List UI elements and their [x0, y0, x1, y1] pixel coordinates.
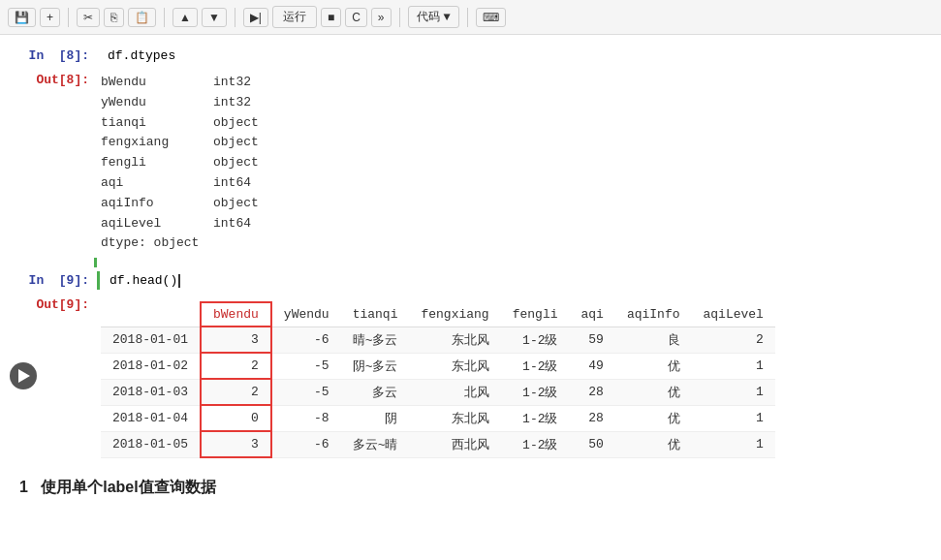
dtype-col-name-7: aqiInfo	[101, 194, 198, 214]
restart-run-button[interactable]: »	[371, 8, 392, 27]
cell-r1-c3: 阴~多云	[341, 353, 410, 379]
dtype-col-type-6: int64	[213, 173, 251, 194]
dtype-row-1: bWendu int32	[101, 73, 937, 93]
section-title: 1 使用单个label值查询数据	[0, 462, 941, 506]
dtype-row-8: aqiLevel int64	[101, 214, 937, 234]
keyboard-button[interactable]: ⌨	[476, 8, 506, 27]
notebook-toolbar: 💾 + ✂ ⎘ 📋 ▲ ▼ ▶| 运行 ■ C » 代码 ▼ ⌨	[0, 0, 941, 35]
cell-r3-c1: 0	[201, 405, 271, 431]
cell-r0-c0: 2018-01-01	[101, 327, 201, 353]
cell-8-output: Out[8]: bWendu int32 yWendu int32 tianqi…	[0, 69, 941, 258]
table-header-row: bWendu yWendu tianqi fengxiang fengli aq…	[101, 302, 775, 327]
cell-r2-c6: 28	[569, 379, 614, 405]
stop-button[interactable]: ■	[321, 8, 341, 27]
col-header-fengxiang: fengxiang	[409, 302, 500, 327]
dtype-col-name-5: fengli	[101, 153, 198, 173]
separator-3	[235, 8, 235, 27]
chevron-down-icon: ▼	[444, 11, 451, 24]
cell-r3-c5: 1-2级	[501, 405, 570, 431]
cell-9-prompt: In [9]:	[0, 271, 97, 290]
cell-r1-c2: -5	[271, 353, 341, 379]
dtype-col-name-8: aqiLevel	[101, 214, 198, 234]
move-up-button[interactable]: ▲	[173, 8, 198, 27]
cell-r0-c7: 良	[615, 327, 692, 353]
cell-r1-c5: 1-2级	[501, 353, 570, 379]
cell-r2-c5: 1-2级	[501, 379, 570, 405]
table-row: 2018-01-022-5阴~多云东北风1-2级49优1	[101, 353, 775, 379]
cell-9-input: In [9]: df.head()	[0, 267, 941, 294]
table-row: 2018-01-040-8阴东北风1-2级28优1	[101, 405, 775, 431]
col-header-aqiLevel: aqiLevel	[692, 302, 775, 327]
cell-r2-c2: -5	[271, 379, 341, 405]
cell-8-code[interactable]: df.dtypes	[104, 47, 179, 65]
cell-r2-c8: 1	[692, 379, 775, 405]
cell-r1-c4: 东北风	[409, 353, 500, 379]
separator-4	[399, 8, 400, 27]
cell-r1-c8: 1	[692, 353, 775, 379]
cell-r2-c4: 北风	[409, 379, 500, 405]
dtype-row-5: fengli object	[101, 153, 937, 173]
paste-button[interactable]: 📋	[128, 8, 156, 27]
cell-r2-c3: 多云	[341, 379, 410, 405]
cell-r4-c4: 西北风	[409, 431, 500, 457]
dtype-row-4: fengxiang object	[101, 133, 937, 153]
cell-9-out-content: bWendu yWendu tianqi fengxiang fengli aq…	[97, 296, 941, 460]
cell-8-prompt: In [8]:	[0, 47, 97, 65]
cell-r4-c8: 1	[692, 431, 775, 457]
col-header-bWendu: bWendu	[201, 302, 271, 327]
cell-r2-c1: 2	[201, 379, 271, 405]
separator-5	[467, 8, 468, 27]
cell-r2-c0: 2018-01-03	[101, 379, 201, 405]
separator-2	[164, 8, 165, 27]
cell-r4-c6: 50	[569, 431, 614, 457]
col-header-tianqi: tianqi	[341, 302, 410, 327]
move-down-button[interactable]: ▼	[202, 8, 227, 27]
copy-button[interactable]: ⎘	[104, 8, 124, 27]
dtype-col-name-2: yWendu	[101, 93, 198, 113]
save-button[interactable]: 💾	[8, 8, 36, 27]
run-button[interactable]: 运行	[272, 6, 317, 28]
cell-r0-c5: 1-2级	[501, 327, 570, 353]
cell-r0-c1: 3	[201, 327, 271, 353]
cell-r3-c3: 阴	[341, 405, 410, 431]
table-row: 2018-01-032-5多云北风1-2级28优1	[101, 379, 775, 405]
active-cell-indicator	[94, 258, 941, 267]
add-cell-button[interactable]: +	[40, 8, 60, 27]
dtype-col-name-6: aqi	[101, 173, 198, 194]
restart-button[interactable]: C	[345, 8, 367, 27]
dtype-row-6: aqi int64	[101, 173, 937, 194]
table-row: 2018-01-013-6晴~多云东北风1-2级59良2	[101, 327, 775, 353]
cell-r4-c1: 3	[201, 431, 271, 457]
cell-8-input: In [8]: df.dtypes	[0, 43, 941, 69]
dtype-col-name-4: fengxiang	[101, 133, 198, 153]
play-button[interactable]	[10, 362, 37, 389]
cut-button[interactable]: ✂	[77, 8, 100, 27]
cell-r1-c1: 2	[201, 353, 271, 379]
dtype-col-type-8: int64	[213, 214, 251, 234]
cell-r3-c2: -8	[271, 405, 341, 431]
cell-type-dropdown[interactable]: 代码 ▼	[408, 6, 459, 28]
dtype-col-name-1: bWendu	[101, 73, 198, 93]
cell-r4-c2: -6	[271, 431, 341, 457]
cell-9-code[interactable]: df.head()	[106, 271, 941, 290]
cell-r3-c4: 东北风	[409, 405, 500, 431]
play-button-container[interactable]	[10, 362, 37, 389]
col-header-fengli: fengli	[501, 302, 570, 327]
dtype-col-type-7: object	[213, 194, 259, 214]
col-header-ymd	[101, 302, 201, 327]
cell-r3-c7: 优	[615, 405, 692, 431]
dtype-col-type-2: int32	[213, 93, 251, 113]
dtype-col-type-3: object	[213, 113, 259, 134]
dtype-footer-row: dtype: object	[101, 233, 937, 254]
col-header-aqiInfo: aqiInfo	[615, 302, 692, 327]
cell-r0-c3: 晴~多云	[341, 327, 410, 353]
cell-r1-c7: 优	[615, 353, 692, 379]
cell-r4-c3: 多云~晴	[341, 431, 410, 457]
cell-r3-c8: 1	[692, 405, 775, 431]
cell-r0-c6: 59	[569, 327, 614, 353]
cell-r4-c7: 优	[615, 431, 692, 457]
run-jump-button[interactable]: ▶|	[243, 8, 268, 27]
cell-8-input-wrapper: df.dtypes	[97, 47, 179, 65]
cell-r4-c5: 1-2级	[501, 431, 570, 457]
section-number: 1 使用单个label值查询数据	[19, 479, 216, 495]
